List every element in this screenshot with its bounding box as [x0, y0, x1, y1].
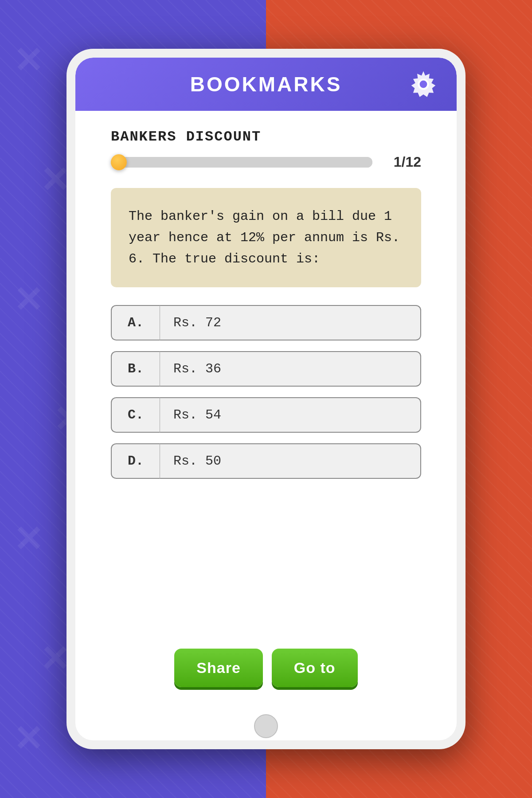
- gear-icon: [408, 69, 439, 100]
- option-letter-d: D.: [111, 443, 160, 479]
- share-button[interactable]: Share: [174, 649, 263, 687]
- category-label: BANKERS DISCOUNT: [111, 129, 421, 145]
- svg-point-2: [420, 81, 427, 88]
- option-value-b: Rs. 36: [160, 351, 421, 387]
- page-title: BOOKMARKS: [190, 72, 342, 96]
- progress-row: 1/12: [111, 154, 421, 170]
- question-text: The banker's gain on a bill due 1 year h…: [129, 209, 400, 266]
- option-value-d: Rs. 50: [160, 443, 421, 479]
- progress-thumb: [111, 154, 127, 170]
- option-value-a: Rs. 72: [160, 305, 421, 340]
- content-area: BANKERS DISCOUNT 1/12 The banker's gain …: [75, 111, 457, 705]
- action-buttons: Share Go to: [111, 649, 421, 687]
- gear-button[interactable]: [408, 69, 439, 100]
- goto-button[interactable]: Go to: [272, 649, 358, 687]
- option-value-c: Rs. 54: [160, 397, 421, 433]
- option-letter-a: A.: [111, 305, 160, 340]
- question-box: The banker's gain on a bill due 1 year h…: [111, 188, 421, 287]
- option-row-d[interactable]: D. Rs. 50: [111, 443, 421, 479]
- options-list: A. Rs. 72 B. Rs. 36 C. Rs. 54 D. Rs. 50: [111, 305, 421, 479]
- option-row-a[interactable]: A. Rs. 72: [111, 305, 421, 340]
- option-letter-b: B.: [111, 351, 160, 387]
- option-row-c[interactable]: C. Rs. 54: [111, 397, 421, 433]
- option-row-b[interactable]: B. Rs. 36: [111, 351, 421, 387]
- progress-label: 1/12: [386, 154, 421, 170]
- progress-bar: [111, 157, 372, 168]
- screen: BOOKMARKS BANKERS DISCOUNT 1/12: [75, 58, 457, 740]
- option-letter-c: C.: [111, 397, 160, 433]
- tablet-device: BOOKMARKS BANKERS DISCOUNT 1/12: [66, 49, 466, 749]
- progress-fill: [111, 157, 372, 168]
- header-bar: BOOKMARKS: [75, 58, 457, 111]
